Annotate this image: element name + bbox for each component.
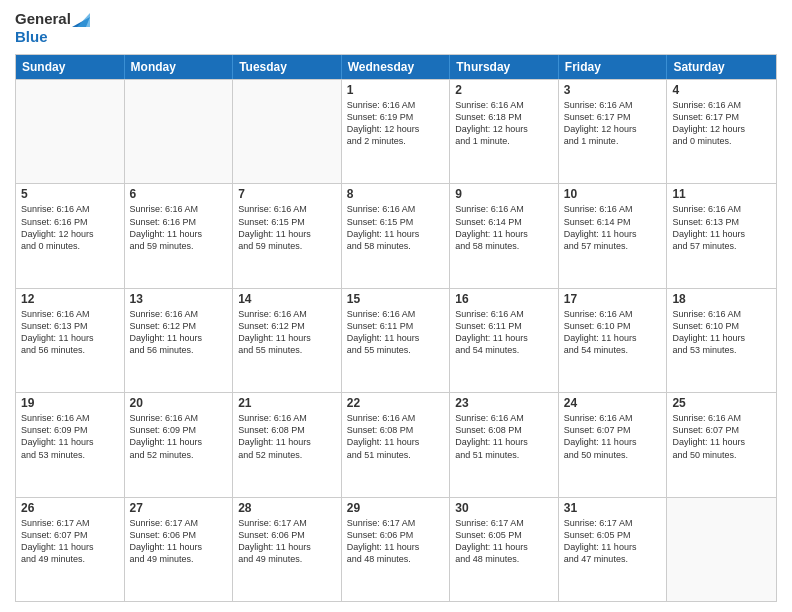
calendar-cell: 3Sunrise: 6:16 AM Sunset: 6:17 PM Daylig… [559,80,668,183]
day-info: Sunrise: 6:16 AM Sunset: 6:10 PM Dayligh… [564,308,662,357]
calendar-cell [125,80,234,183]
calendar-cell: 4Sunrise: 6:16 AM Sunset: 6:17 PM Daylig… [667,80,776,183]
day-number: 7 [238,187,336,201]
day-info: Sunrise: 6:16 AM Sunset: 6:08 PM Dayligh… [347,412,445,461]
calendar-cell: 22Sunrise: 6:16 AM Sunset: 6:08 PM Dayli… [342,393,451,496]
day-info: Sunrise: 6:16 AM Sunset: 6:11 PM Dayligh… [347,308,445,357]
day-info: Sunrise: 6:16 AM Sunset: 6:13 PM Dayligh… [672,203,771,252]
day-number: 19 [21,396,119,410]
calendar-row: 26Sunrise: 6:17 AM Sunset: 6:07 PM Dayli… [16,497,776,601]
day-info: Sunrise: 6:16 AM Sunset: 6:11 PM Dayligh… [455,308,553,357]
calendar-cell: 26Sunrise: 6:17 AM Sunset: 6:07 PM Dayli… [16,498,125,601]
day-info: Sunrise: 6:16 AM Sunset: 6:17 PM Dayligh… [564,99,662,148]
calendar-cell: 5Sunrise: 6:16 AM Sunset: 6:16 PM Daylig… [16,184,125,287]
day-info: Sunrise: 6:16 AM Sunset: 6:15 PM Dayligh… [238,203,336,252]
day-number: 12 [21,292,119,306]
calendar-cell: 11Sunrise: 6:16 AM Sunset: 6:13 PM Dayli… [667,184,776,287]
day-number: 27 [130,501,228,515]
logo-wing-icon [72,13,90,27]
cal-header-day: Monday [125,55,234,79]
day-number: 3 [564,83,662,97]
calendar-cell: 17Sunrise: 6:16 AM Sunset: 6:10 PM Dayli… [559,289,668,392]
day-number: 1 [347,83,445,97]
day-info: Sunrise: 6:17 AM Sunset: 6:07 PM Dayligh… [21,517,119,566]
day-number: 9 [455,187,553,201]
calendar-cell: 13Sunrise: 6:16 AM Sunset: 6:12 PM Dayli… [125,289,234,392]
calendar-cell [667,498,776,601]
calendar-cell: 29Sunrise: 6:17 AM Sunset: 6:06 PM Dayli… [342,498,451,601]
day-info: Sunrise: 6:16 AM Sunset: 6:19 PM Dayligh… [347,99,445,148]
day-info: Sunrise: 6:16 AM Sunset: 6:12 PM Dayligh… [238,308,336,357]
logo: General Blue [15,10,90,46]
calendar-cell: 20Sunrise: 6:16 AM Sunset: 6:09 PM Dayli… [125,393,234,496]
calendar-cell [233,80,342,183]
day-number: 21 [238,396,336,410]
calendar-row: 12Sunrise: 6:16 AM Sunset: 6:13 PM Dayli… [16,288,776,392]
day-number: 14 [238,292,336,306]
day-info: Sunrise: 6:16 AM Sunset: 6:09 PM Dayligh… [130,412,228,461]
day-number: 6 [130,187,228,201]
header: General Blue [15,10,777,46]
calendar-cell: 16Sunrise: 6:16 AM Sunset: 6:11 PM Dayli… [450,289,559,392]
calendar-cell: 10Sunrise: 6:16 AM Sunset: 6:14 PM Dayli… [559,184,668,287]
day-number: 29 [347,501,445,515]
calendar-cell: 8Sunrise: 6:16 AM Sunset: 6:15 PM Daylig… [342,184,451,287]
day-info: Sunrise: 6:17 AM Sunset: 6:06 PM Dayligh… [347,517,445,566]
day-number: 15 [347,292,445,306]
calendar: SundayMondayTuesdayWednesdayThursdayFrid… [15,54,777,602]
day-number: 17 [564,292,662,306]
day-number: 2 [455,83,553,97]
cal-header-day: Tuesday [233,55,342,79]
day-info: Sunrise: 6:16 AM Sunset: 6:09 PM Dayligh… [21,412,119,461]
day-info: Sunrise: 6:16 AM Sunset: 6:12 PM Dayligh… [130,308,228,357]
day-info: Sunrise: 6:17 AM Sunset: 6:05 PM Dayligh… [564,517,662,566]
page: General Blue SundayMondayTuesdayWednesda… [0,0,792,612]
day-info: Sunrise: 6:16 AM Sunset: 6:07 PM Dayligh… [672,412,771,461]
day-info: Sunrise: 6:16 AM Sunset: 6:07 PM Dayligh… [564,412,662,461]
calendar-cell: 25Sunrise: 6:16 AM Sunset: 6:07 PM Dayli… [667,393,776,496]
day-info: Sunrise: 6:16 AM Sunset: 6:18 PM Dayligh… [455,99,553,148]
day-number: 11 [672,187,771,201]
calendar-cell: 14Sunrise: 6:16 AM Sunset: 6:12 PM Dayli… [233,289,342,392]
day-number: 31 [564,501,662,515]
calendar-cell: 12Sunrise: 6:16 AM Sunset: 6:13 PM Dayli… [16,289,125,392]
day-number: 24 [564,396,662,410]
cal-header-day: Thursday [450,55,559,79]
day-info: Sunrise: 6:16 AM Sunset: 6:17 PM Dayligh… [672,99,771,148]
calendar-cell: 2Sunrise: 6:16 AM Sunset: 6:18 PM Daylig… [450,80,559,183]
calendar-cell: 24Sunrise: 6:16 AM Sunset: 6:07 PM Dayli… [559,393,668,496]
calendar-cell: 31Sunrise: 6:17 AM Sunset: 6:05 PM Dayli… [559,498,668,601]
day-info: Sunrise: 6:16 AM Sunset: 6:16 PM Dayligh… [130,203,228,252]
day-number: 10 [564,187,662,201]
day-number: 22 [347,396,445,410]
calendar-cell: 15Sunrise: 6:16 AM Sunset: 6:11 PM Dayli… [342,289,451,392]
calendar-row: 19Sunrise: 6:16 AM Sunset: 6:09 PM Dayli… [16,392,776,496]
day-info: Sunrise: 6:16 AM Sunset: 6:10 PM Dayligh… [672,308,771,357]
calendar-cell: 7Sunrise: 6:16 AM Sunset: 6:15 PM Daylig… [233,184,342,287]
logo-text: General Blue [15,10,90,46]
day-info: Sunrise: 6:16 AM Sunset: 6:15 PM Dayligh… [347,203,445,252]
calendar-cell: 28Sunrise: 6:17 AM Sunset: 6:06 PM Dayli… [233,498,342,601]
day-number: 8 [347,187,445,201]
day-number: 30 [455,501,553,515]
day-info: Sunrise: 6:17 AM Sunset: 6:06 PM Dayligh… [130,517,228,566]
calendar-header: SundayMondayTuesdayWednesdayThursdayFrid… [16,55,776,79]
calendar-body: 1Sunrise: 6:16 AM Sunset: 6:19 PM Daylig… [16,79,776,601]
day-info: Sunrise: 6:16 AM Sunset: 6:16 PM Dayligh… [21,203,119,252]
day-info: Sunrise: 6:16 AM Sunset: 6:08 PM Dayligh… [455,412,553,461]
calendar-cell: 23Sunrise: 6:16 AM Sunset: 6:08 PM Dayli… [450,393,559,496]
day-number: 20 [130,396,228,410]
calendar-cell: 19Sunrise: 6:16 AM Sunset: 6:09 PM Dayli… [16,393,125,496]
cal-header-day: Friday [559,55,668,79]
calendar-cell: 9Sunrise: 6:16 AM Sunset: 6:14 PM Daylig… [450,184,559,287]
cal-header-day: Saturday [667,55,776,79]
day-number: 18 [672,292,771,306]
day-number: 13 [130,292,228,306]
day-info: Sunrise: 6:17 AM Sunset: 6:05 PM Dayligh… [455,517,553,566]
day-info: Sunrise: 6:16 AM Sunset: 6:08 PM Dayligh… [238,412,336,461]
calendar-row: 1Sunrise: 6:16 AM Sunset: 6:19 PM Daylig… [16,79,776,183]
day-info: Sunrise: 6:16 AM Sunset: 6:14 PM Dayligh… [455,203,553,252]
calendar-cell: 6Sunrise: 6:16 AM Sunset: 6:16 PM Daylig… [125,184,234,287]
calendar-row: 5Sunrise: 6:16 AM Sunset: 6:16 PM Daylig… [16,183,776,287]
calendar-cell [16,80,125,183]
